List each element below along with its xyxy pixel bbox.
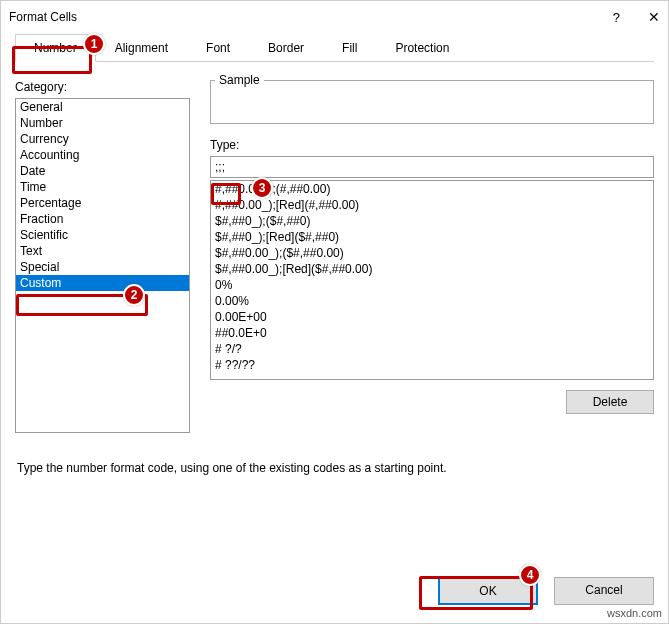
list-item[interactable]: $#,##0_);[Red]($#,##0) [211,229,653,245]
category-label: Category: [15,80,190,94]
cancel-button[interactable]: Cancel [554,577,654,605]
dialog-footer: OK Cancel [438,577,654,605]
hint-text: Type the number format code, using one o… [15,461,654,475]
list-item[interactable]: 0% [211,277,653,293]
list-item[interactable]: 0.00E+00 [211,309,653,325]
window-title: Format Cells [9,10,77,24]
list-item[interactable]: Number [16,115,189,131]
annotation-callout-1: 1 [83,33,105,55]
list-item[interactable]: Special [16,259,189,275]
type-label: Type: [210,138,654,152]
list-item[interactable]: #,##0.00_);[Red](#,##0.00) [211,197,653,213]
sample-box: Sample [210,80,654,124]
list-item[interactable]: ##0.0E+0 [211,325,653,341]
list-item[interactable]: Percentage [16,195,189,211]
list-item[interactable]: Currency [16,131,189,147]
category-listbox[interactable]: General Number Currency Accounting Date … [15,98,190,433]
list-item[interactable]: $#,##0.00_);[Red]($#,##0.00) [211,261,653,277]
annotation-callout-4: 4 [519,564,541,586]
list-item[interactable]: # ??/?? [211,357,653,373]
annotation-callout-3: 3 [251,177,273,199]
tab-alignment[interactable]: Alignment [96,34,187,62]
help-icon[interactable]: ? [613,10,620,25]
list-item[interactable]: #,##0.00_);(#,##0.00) [211,181,653,197]
list-item[interactable]: Date [16,163,189,179]
watermark: wsxdn.com [607,607,662,619]
sample-label: Sample [215,73,264,87]
list-item[interactable]: Fraction [16,211,189,227]
tab-fill[interactable]: Fill [323,34,376,62]
list-item[interactable]: Text [16,243,189,259]
list-item[interactable]: Accounting [16,147,189,163]
list-item[interactable]: General [16,99,189,115]
format-cells-dialog: Format Cells ? ✕ Number Alignment Font B… [0,0,669,624]
list-item[interactable]: Scientific [16,227,189,243]
tab-border[interactable]: Border [249,34,323,62]
list-item[interactable]: 0.00% [211,293,653,309]
list-item[interactable]: $#,##0_);($#,##0) [211,213,653,229]
tab-content: Category: General Number Currency Accoun… [15,61,654,485]
titlebar: Format Cells ? ✕ [1,1,668,33]
tab-font[interactable]: Font [187,34,249,62]
list-item[interactable]: Time [16,179,189,195]
close-icon[interactable]: ✕ [648,9,660,25]
format-listbox[interactable]: #,##0.00_);(#,##0.00) #,##0.00_);[Red](#… [210,180,654,380]
delete-button[interactable]: Delete [566,390,654,414]
list-item[interactable]: $#,##0.00_);($#,##0.00) [211,245,653,261]
annotation-callout-2: 2 [123,284,145,306]
list-item[interactable]: # ?/? [211,341,653,357]
list-item-custom[interactable]: Custom [16,275,189,291]
tab-protection[interactable]: Protection [376,34,468,62]
type-input[interactable] [210,156,654,178]
